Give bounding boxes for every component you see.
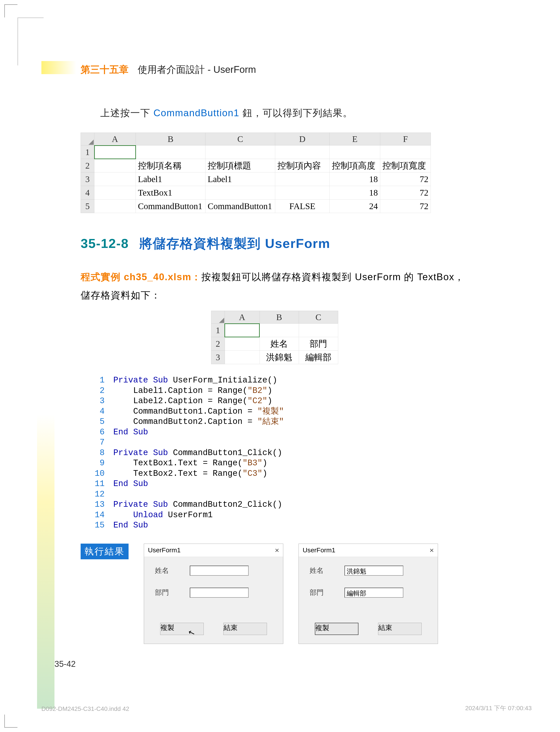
cell: 24 <box>330 199 380 213</box>
intro-prefix: 上述按一下 <box>100 107 153 118</box>
footer-right: 2024/3/11 下午 07:00:43 <box>465 704 532 712</box>
body-paragraph: 程式實例 ch35_40.xlsm：按複製鈕可以將儲存格資料複製到 UserFo… <box>81 268 468 304</box>
exit-button-label: 結束 <box>378 624 392 632</box>
cell <box>260 323 299 337</box>
cell: Label1 <box>136 172 205 186</box>
textbox-dept[interactable]: 編輯部 <box>344 588 403 598</box>
col-header-b: B <box>136 133 205 145</box>
example-label: 程式實例 ch35_40.xlsm： <box>81 271 201 282</box>
exit-button[interactable]: 結束 <box>378 623 422 635</box>
row-header: 3 <box>211 350 225 364</box>
select-all-corner <box>211 311 225 323</box>
cell <box>380 145 431 159</box>
cell: 72 <box>380 186 431 199</box>
excel-table-1: A B C D E F 1 2 控制項名稱 控制項標題 控制項內容 控制項高度 … <box>81 133 431 213</box>
cell <box>275 172 330 186</box>
exit-button-label: 結束 <box>224 624 238 632</box>
cell: 編輯部 <box>299 350 338 364</box>
cell: Label1 <box>205 172 275 186</box>
cell <box>94 172 136 186</box>
label-name: 姓名 <box>310 566 344 576</box>
chapter-number: 第三十五章 <box>81 64 129 75</box>
cell: FALSE <box>275 199 330 213</box>
userform-title: UserForm1 <box>303 547 335 554</box>
label-dept: 部門 <box>155 588 190 598</box>
cell: 控制項標題 <box>205 159 275 172</box>
cell: 姓名 <box>260 337 299 350</box>
col-header-c: C <box>299 311 338 323</box>
cell <box>225 337 260 350</box>
cell: TextBox1 <box>136 186 205 199</box>
row-header: 4 <box>81 186 94 199</box>
cell: 洪錦魁 <box>260 350 299 364</box>
cell <box>94 199 136 213</box>
cell <box>299 323 338 337</box>
close-icon[interactable]: × <box>275 546 279 555</box>
col-header-a: A <box>94 133 136 145</box>
textbox-dept[interactable] <box>190 588 249 598</box>
cell <box>275 186 330 199</box>
exit-button[interactable]: 結束 <box>223 623 267 635</box>
row-header: 1 <box>211 323 225 337</box>
copy-button-label: 複製 <box>160 624 174 632</box>
page-number: 35-42 <box>54 659 76 669</box>
copy-button[interactable]: 複製 <box>315 623 358 635</box>
cell <box>225 350 260 364</box>
cell: CommandButton1 <box>205 199 275 213</box>
row-header: 5 <box>81 199 94 213</box>
userform-after: UserForm1 × 姓名 洪錦魁 部門 編輯部 複製 結束 <box>299 544 438 644</box>
textbox-name[interactable]: 洪錦魁 <box>344 566 403 576</box>
cell: 18 <box>330 172 380 186</box>
result-badge: 執行結果 <box>81 544 129 559</box>
col-header-e: E <box>330 133 380 145</box>
row-header: 3 <box>81 172 94 186</box>
cell <box>205 186 275 199</box>
cell <box>205 145 275 159</box>
excel-table-2: A B C 1 2 姓名 部門 3 洪錦魁 編輯部 <box>211 311 338 364</box>
col-header-c: C <box>205 133 275 145</box>
chapter-header: 第三十五章 使用者介面設計 - UserForm <box>39 63 510 76</box>
cell: 控制項名稱 <box>136 159 205 172</box>
close-icon[interactable]: × <box>429 546 434 555</box>
intro-suffix: 鈕，可以得到下列結果。 <box>239 107 353 118</box>
active-cell <box>94 145 136 159</box>
section-title: 將儲存格資料複製到 UserForm <box>139 236 330 251</box>
cell: 部門 <box>299 337 338 350</box>
chapter-title: 使用者介面設計 - UserForm <box>138 64 256 75</box>
select-all-corner <box>81 133 94 145</box>
userform-titlebar: UserForm1 × <box>299 544 438 557</box>
footer-left: D092-DM2425-C31-C40.indd 42 <box>41 705 129 712</box>
code-block: 1Private Sub UserForm_Initialize()2 Labe… <box>89 375 510 531</box>
userform-before: UserForm1 × 姓名 部門 複製 ↖ 結束 <box>144 544 283 644</box>
cell <box>94 186 136 199</box>
copy-button[interactable]: 複製 ↖ <box>160 623 204 635</box>
crop-mark-tl <box>4 4 17 17</box>
cell: 72 <box>380 199 431 213</box>
row-header: 2 <box>81 159 94 172</box>
col-header-a: A <box>225 311 260 323</box>
cell: 控制項寬度 <box>380 159 431 172</box>
row-header: 2 <box>211 337 225 350</box>
section-heading: 35-12-8 將儲存格資料複製到 UserForm <box>81 235 510 252</box>
active-cell <box>225 323 260 337</box>
label-name: 姓名 <box>155 566 190 576</box>
label-dept: 部門 <box>310 588 344 598</box>
userform-titlebar: UserForm1 × <box>144 544 283 557</box>
intro-text: 上述按一下 CommandButtion1 鈕，可以得到下列結果。 <box>39 107 510 119</box>
row-header: 1 <box>81 145 94 159</box>
col-header-d: D <box>275 133 330 145</box>
cell <box>94 159 136 172</box>
userform-title: UserForm1 <box>148 547 181 554</box>
cell: 控制項高度 <box>330 159 380 172</box>
cell: 18 <box>330 186 380 199</box>
cell <box>136 145 205 159</box>
textbox-name[interactable] <box>190 566 249 576</box>
cell: 72 <box>380 172 431 186</box>
intro-command-name: CommandButtion1 <box>153 107 239 118</box>
cell: CommandButton1 <box>136 199 205 213</box>
cell <box>330 145 380 159</box>
crop-mark-bl <box>4 715 17 728</box>
section-number: 35-12-8 <box>81 236 129 251</box>
copy-button-label: 複製 <box>315 624 329 632</box>
col-header-b: B <box>260 311 299 323</box>
